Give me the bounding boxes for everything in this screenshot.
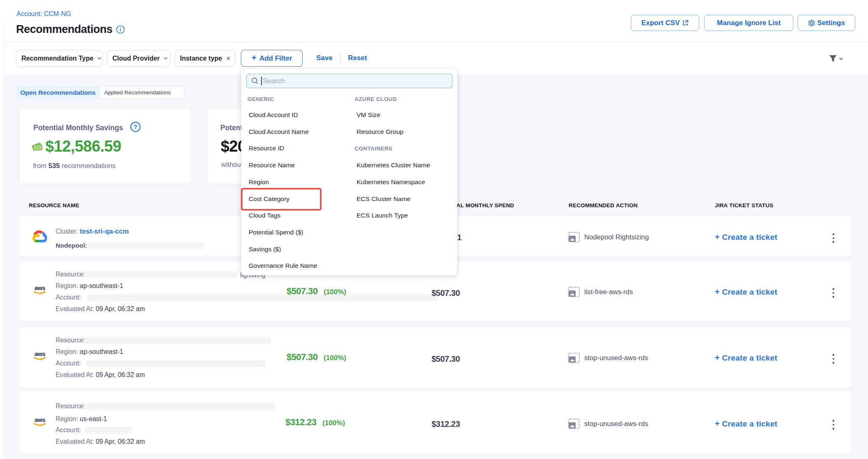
svg-text:aws: aws [35, 285, 45, 291]
svg-text:aws: aws [35, 417, 45, 423]
svg-text:aws: aws [35, 351, 45, 357]
svg-text:?: ? [134, 124, 138, 130]
